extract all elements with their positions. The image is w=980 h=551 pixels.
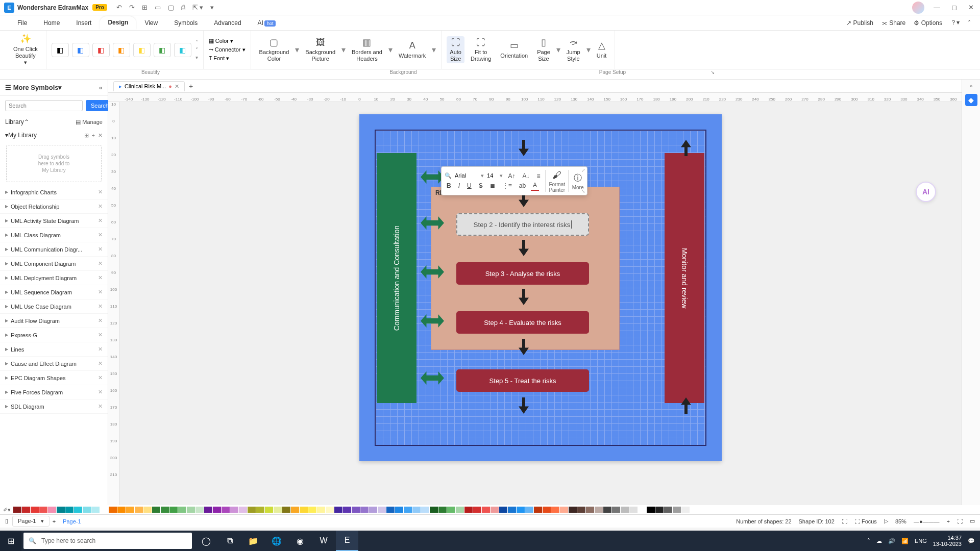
more-options-icon[interactable]: ⓘ <box>572 172 584 185</box>
clock[interactable]: 14:37 13-10-2023 <box>933 535 962 547</box>
remove-category-icon[interactable]: ✕ <box>98 360 103 367</box>
color-swatch[interactable] <box>664 507 672 513</box>
text-case-icon[interactable]: ab <box>517 181 528 190</box>
mylib-plus-icon[interactable]: + <box>92 132 95 139</box>
volume-icon[interactable]: 🔊 <box>888 538 895 544</box>
tray-overflow-icon[interactable]: ˄ <box>867 538 870 544</box>
mylibrary-row[interactable]: ▾ My Library ⊞+✕ <box>0 129 108 142</box>
search-input[interactable] <box>5 100 83 111</box>
color-swatch[interactable] <box>595 507 603 513</box>
publish-link[interactable]: ↗ Publish <box>846 19 873 27</box>
color-swatch[interactable] <box>482 507 490 513</box>
color-swatch[interactable] <box>430 507 438 513</box>
mylib-add-icon[interactable]: ⊞ <box>84 132 89 139</box>
color-swatch[interactable] <box>22 507 30 513</box>
color-swatch[interactable] <box>534 507 542 513</box>
theme-preset-4[interactable]: ◧ <box>113 43 130 57</box>
remove-category-icon[interactable]: ✕ <box>98 232 103 238</box>
format-painter-icon[interactable]: 🖌 <box>550 169 564 182</box>
task-view-icon[interactable]: ◯ <box>195 531 217 551</box>
color-swatch[interactable] <box>343 507 351 513</box>
color-swatch[interactable] <box>647 507 655 513</box>
underline-icon[interactable]: U <box>465 181 474 190</box>
export-icon[interactable]: ⇱ ▾ <box>192 4 204 11</box>
color-swatch[interactable] <box>569 507 577 513</box>
color-swatch[interactable] <box>126 507 134 513</box>
new-icon[interactable]: ⊞ <box>142 4 148 11</box>
color-swatch[interactable] <box>274 507 282 513</box>
step2-box-editing[interactable]: Step 2 - Identify the interest risks <box>456 213 589 236</box>
color-swatch[interactable] <box>135 507 143 513</box>
font-dropdown[interactable]: T Font ▾ <box>209 55 230 62</box>
manage-link[interactable]: ▤ Manage <box>76 119 103 126</box>
color-swatch[interactable] <box>543 507 551 513</box>
decrease-font-icon[interactable]: A↓ <box>520 171 531 181</box>
color-swatch[interactable] <box>412 507 421 513</box>
options-link[interactable]: ⚙ Options <box>914 19 942 27</box>
remove-category-icon[interactable]: ✕ <box>98 332 103 338</box>
monitor-review-box[interactable]: Monitor and review <box>665 153 704 403</box>
watermark-button[interactable]: AWatermark <box>396 39 429 60</box>
add-tab-button[interactable]: + <box>189 82 193 90</box>
collapse-ribbon-icon[interactable]: ˄ <box>968 19 971 27</box>
menu-ai[interactable]: AIhot <box>250 17 284 29</box>
zoom-slider[interactable]: —●——— <box>914 518 940 524</box>
color-swatch[interactable] <box>239 507 247 513</box>
remove-category-icon[interactable]: ✕ <box>98 274 103 281</box>
edrawmax-icon[interactable]: E <box>336 531 358 551</box>
color-swatch[interactable] <box>317 507 325 513</box>
color-swatch[interactable] <box>291 507 299 513</box>
collapse-panel-icon[interactable]: « <box>99 84 103 91</box>
onedrive-icon[interactable]: ☁ <box>876 538 882 544</box>
color-swatch[interactable] <box>638 507 646 513</box>
color-swatch[interactable] <box>378 507 386 513</box>
share-link[interactable]: ⫘ Share <box>881 19 905 27</box>
color-swatch[interactable] <box>187 507 195 513</box>
library-category[interactable]: ▶Audit Flow Diagram✕ <box>0 314 108 328</box>
color-swatch[interactable] <box>681 507 690 513</box>
color-swatch[interactable] <box>612 507 620 513</box>
color-swatch[interactable] <box>282 507 290 513</box>
menu-home[interactable]: Home <box>35 17 68 29</box>
strike-icon[interactable]: S̶ <box>477 181 485 190</box>
focus-toggle[interactable]: ⛶ Focus <box>854 518 877 524</box>
add-page-button[interactable]: + <box>53 518 56 524</box>
color-swatch[interactable] <box>100 507 108 513</box>
save-icon[interactable]: ▢ <box>168 4 174 11</box>
language-indicator[interactable]: ENG <box>915 538 927 544</box>
page-tab[interactable]: Page-1 <box>63 518 81 524</box>
maximize-button[interactable]: ◻ <box>949 4 959 11</box>
library-category[interactable]: ▶Express-G✕ <box>0 328 108 342</box>
drawing-page[interactable]: Communication and Consultation Monitor a… <box>359 114 722 461</box>
color-swatch[interactable] <box>456 507 464 513</box>
edge-icon[interactable]: 🌐 <box>265 531 288 551</box>
page-setup-launcher-icon[interactable]: ↘ <box>710 69 715 75</box>
notifications-icon[interactable]: 💬 <box>968 538 975 544</box>
step4-box[interactable]: Step 4 - Evaluate the risks <box>456 311 589 334</box>
color-swatch[interactable] <box>421 507 429 513</box>
remove-category-icon[interactable]: ✕ <box>98 374 103 381</box>
background-picture-button[interactable]: 🖼Background Picture <box>302 36 338 64</box>
menu-advanced[interactable]: Advanced <box>206 17 249 29</box>
color-swatch[interactable] <box>326 507 334 513</box>
step5-box[interactable]: Step 5 - Treat the risks <box>456 369 589 392</box>
close-tab-icon[interactable]: ✕ <box>175 83 179 90</box>
mylib-close-icon[interactable]: ✕ <box>98 132 103 139</box>
ai-assistant-bubble[interactable]: AI <box>916 182 936 202</box>
mylibrary-dropzone[interactable]: Drag symbols here to add to My Library <box>6 145 102 182</box>
more-qat-icon[interactable]: ▾ <box>210 4 214 11</box>
theme-preset-7[interactable]: ◧ <box>174 43 191 57</box>
color-swatch[interactable] <box>48 507 56 513</box>
remove-category-icon[interactable]: ✕ <box>98 217 103 224</box>
background-color-button[interactable]: ▢Background Color <box>256 36 292 64</box>
library-category[interactable]: ▶Five Forces Diagram✕ <box>0 385 108 399</box>
menu-insert[interactable]: Insert <box>68 17 100 29</box>
color-swatch[interactable] <box>499 507 507 513</box>
menu-design[interactable]: Design <box>100 16 136 30</box>
theme-preset-5[interactable]: ◧ <box>133 43 151 57</box>
close-button[interactable]: ✕ <box>966 4 976 11</box>
color-swatch[interactable] <box>300 507 308 513</box>
cortana-icon[interactable]: ⧉ <box>218 531 241 551</box>
library-category[interactable]: ▶EPC Diagram Shapes✕ <box>0 371 108 385</box>
color-swatch[interactable] <box>473 507 481 513</box>
